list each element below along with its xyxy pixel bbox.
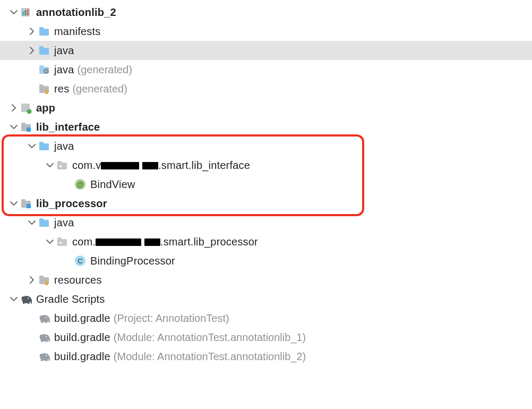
module-folder-icon [20,198,32,209]
project-tree: annotationlib_2 manifests java java (gen… [0,0,532,366]
chevron-down-icon[interactable] [10,8,18,16]
tree-item-gradle-scripts[interactable]: Gradle Scripts [0,289,532,309]
tree-item-label: BindView [90,178,135,191]
chevron-down-icon[interactable] [10,295,18,303]
tree-item-lib-interface[interactable]: lib_interface [0,117,532,137]
tree-item-java-generated[interactable]: java (generated) [0,60,532,79]
pkg-suffix: .smart.lib_interface [158,159,250,171]
chevron-down-icon[interactable] [46,237,54,246]
tree-item-hint: (Project: AnnotationTest) [114,312,229,325]
folder-icon [38,217,50,228]
tree-item-label: manifests [54,25,100,38]
folder-icon [38,25,50,37]
folder-resources-icon [38,274,50,286]
chevron-down-icon[interactable] [28,142,36,150]
chevron-right-icon[interactable] [28,27,36,36]
pkg-prefix: com.v [72,159,101,171]
package-icon [56,236,68,248]
pkg-suffix: .smart.lib_processor [160,236,258,248]
folder-icon [38,140,50,152]
chevron-down-icon[interactable] [10,199,18,208]
tree-item-hint: (generated) [78,64,132,76]
redacted-text [144,238,160,246]
tree-item-label: resources [54,274,102,286]
pkg-prefix: com. [72,236,96,248]
chevron-down-icon[interactable] [10,123,18,131]
tree-item-resources[interactable]: resources [0,270,532,289]
tree-item-pkg-lib-processor[interactable]: com. .smart.lib_processor [0,232,532,251]
tree-item-label: lib_interface [36,121,100,133]
tree-item-label: java [54,45,74,57]
annotation-icon [74,178,86,190]
tree-item-build-gradle-mod2[interactable]: build.gradle (Module: AnnotationTest.ann… [0,347,532,366]
chevron-down-icon[interactable] [46,161,54,169]
module-icon [20,6,32,18]
tree-item-label: com. .smart.lib_processor [72,236,258,248]
class-icon [74,255,86,267]
tree-item-label: app [36,102,55,114]
tree-item-lib-processor[interactable]: lib_processor [0,194,532,213]
tree-item-label: build.gradle [54,351,110,363]
folder-resources-icon [38,83,50,95]
folder-generated-icon [38,64,50,75]
tree-item-hint: (Module: AnnotationTest.annotationlib_1) [114,331,306,344]
chevron-right-icon[interactable] [10,104,18,112]
tree-item-annotationlib-2[interactable]: annotationlib_2 [0,3,532,22]
chevron-right-icon[interactable] [28,276,36,284]
tree-item-label: res [54,83,69,95]
gradle-file-icon [38,351,50,362]
module-icon [20,102,32,114]
tree-item-bindingprocessor[interactable]: BindingProcessor [0,251,532,270]
redacted-text [101,162,139,169]
tree-item-label: java [54,217,74,229]
tree-item-label: java [54,64,74,76]
tree-item-label: java [54,140,74,152]
tree-item-res-generated[interactable]: res (generated) [0,79,532,98]
tree-item-lib-processor-java[interactable]: java [0,213,532,232]
folder-icon [38,45,50,56]
gradle-file-icon [38,331,50,343]
tree-item-label: BindingProcessor [90,255,175,267]
tree-item-label: annotationlib_2 [36,6,116,19]
tree-item-pkg-lib-interface[interactable]: com.v .smart.lib_interface [0,156,532,175]
tree-item-build-gradle-project[interactable]: build.gradle (Project: AnnotationTest) [0,309,532,328]
tree-item-lib-interface-java[interactable]: java [0,137,532,156]
redacted-text [142,162,158,169]
chevron-right-icon[interactable] [28,46,36,55]
tree-item-build-gradle-mod1[interactable]: build.gradle (Module: AnnotationTest.ann… [0,328,532,347]
gradle-icon [20,293,32,305]
redacted-text [96,238,141,246]
tree-item-java[interactable]: java [0,41,532,60]
tree-item-hint: (generated) [72,83,127,95]
tree-item-label: build.gradle [54,312,110,325]
package-icon [56,159,68,171]
tree-item-hint: (Module: AnnotationTest.annotationlib_2) [114,351,306,363]
tree-item-label: build.gradle [54,331,110,344]
tree-item-manifests[interactable]: manifests [0,22,532,41]
tree-item-label: Gradle Scripts [36,293,105,305]
gradle-file-icon [38,312,50,324]
tree-item-label: lib_processor [36,198,107,210]
chevron-down-icon[interactable] [28,218,36,227]
tree-item-app[interactable]: app [0,98,532,117]
module-folder-icon [20,121,32,133]
tree-item-bindview[interactable]: BindView [0,175,532,194]
tree-item-label: com.v .smart.lib_interface [72,159,250,172]
